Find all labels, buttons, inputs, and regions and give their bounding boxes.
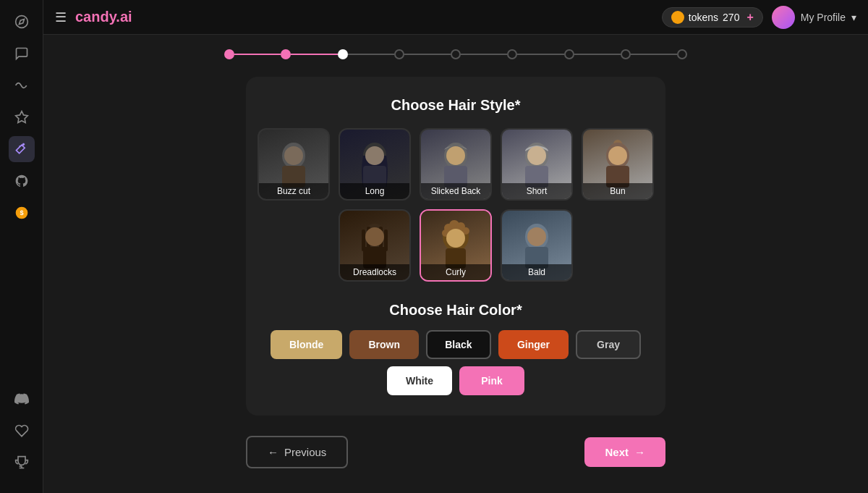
hairstyle-short-label: Short bbox=[502, 183, 571, 199]
progress-step-7 bbox=[564, 49, 574, 59]
hairstyle-curly[interactable]: Curly bbox=[420, 209, 492, 282]
previous-button-label: Previous bbox=[284, 446, 326, 458]
arrow-right-icon: → bbox=[634, 446, 645, 458]
progress-line-4 bbox=[404, 54, 451, 55]
sidebar-item-gold[interactable]: $ bbox=[9, 200, 35, 226]
hairstyle-buzz-cut-label: Buzz cut bbox=[259, 183, 328, 199]
profile-button[interactable]: My Profile ▾ bbox=[772, 6, 856, 29]
progress-line-8 bbox=[631, 54, 677, 55]
color-gray-button[interactable]: Gray bbox=[576, 330, 641, 359]
color-black-button[interactable]: Black bbox=[426, 330, 491, 359]
progress-line-2 bbox=[291, 54, 337, 55]
hairstyle-long[interactable]: Long bbox=[339, 128, 411, 201]
token-coin-icon bbox=[671, 11, 684, 24]
progress-step-3 bbox=[338, 49, 348, 59]
progress-step-6 bbox=[507, 49, 517, 59]
tokens-count: 270 bbox=[723, 12, 739, 23]
tokens-button[interactable]: tokens 270 + bbox=[662, 7, 763, 28]
svg-point-14 bbox=[446, 146, 465, 165]
previous-button[interactable]: ← Previous bbox=[246, 436, 348, 468]
hairstyle-short[interactable]: Short bbox=[501, 128, 573, 201]
progress-line-7 bbox=[574, 54, 621, 55]
sidebar-item-handshake[interactable] bbox=[9, 418, 35, 444]
hairstyle-slicked-back-label: Slicked Back bbox=[421, 183, 490, 199]
hairstyle-dreadlocks-label: Dreadlocks bbox=[340, 264, 409, 280]
haircolor-grid: Blonde Brown Black Ginger Gray White Pin… bbox=[269, 330, 642, 395]
sidebar-item-star[interactable] bbox=[9, 104, 35, 130]
profile-label: My Profile bbox=[801, 12, 846, 23]
main-card: Choose Hair Style* Buzz cut bbox=[246, 77, 665, 416]
progress-line-5 bbox=[461, 54, 507, 55]
header-right: tokens 270 + My Profile ▾ bbox=[662, 6, 856, 29]
hairstyle-row-1: Buzz cut Long bbox=[258, 128, 654, 201]
next-button[interactable]: Next → bbox=[584, 437, 665, 467]
add-tokens-icon[interactable]: + bbox=[746, 11, 753, 24]
color-pink-button[interactable]: Pink bbox=[459, 366, 524, 395]
sidebar-item-magic[interactable] bbox=[9, 136, 35, 162]
logo: candy.ai bbox=[75, 9, 132, 25]
sidebar-item-discord[interactable] bbox=[9, 386, 35, 412]
header-left: ☰ candy.ai bbox=[55, 9, 132, 25]
hairstyle-section-title: Choose Hair Style* bbox=[269, 97, 642, 114]
nav-row: ← Previous Next → bbox=[246, 436, 665, 468]
haircolor-row-2: White Pink bbox=[387, 366, 524, 395]
progress-step-4 bbox=[394, 49, 404, 59]
color-white-button[interactable]: White bbox=[387, 366, 452, 395]
haircolor-row-1: Blonde Brown Black Ginger Gray bbox=[271, 330, 641, 359]
sidebar-item-chat[interactable] bbox=[9, 41, 35, 67]
color-blonde-button[interactable]: Blonde bbox=[271, 330, 342, 359]
next-button-label: Next bbox=[605, 446, 629, 458]
sidebar: $ bbox=[0, 0, 43, 493]
svg-point-28 bbox=[365, 227, 384, 246]
hairstyle-slicked-back[interactable]: Slicked Back bbox=[420, 128, 492, 201]
menu-icon[interactable]: ☰ bbox=[55, 9, 67, 25]
hairstyle-buzz-cut[interactable]: Buzz cut bbox=[258, 128, 330, 201]
progress-step-9 bbox=[677, 49, 687, 59]
progress-step-5 bbox=[451, 49, 461, 59]
svg-text:$: $ bbox=[20, 209, 23, 216]
hairstyle-grid: Buzz cut Long bbox=[269, 128, 642, 282]
progress-line-3 bbox=[348, 54, 394, 55]
sidebar-item-github[interactable] bbox=[9, 168, 35, 194]
sidebar-item-trophy[interactable] bbox=[9, 450, 35, 476]
progress-step-1 bbox=[224, 49, 234, 59]
arrow-left-icon: ← bbox=[268, 446, 278, 458]
svg-point-21 bbox=[608, 146, 627, 165]
color-brown-button[interactable]: Brown bbox=[349, 330, 419, 359]
header: ☰ candy.ai tokens 270 + My Profile ▾ bbox=[43, 0, 868, 35]
svg-point-8 bbox=[284, 146, 303, 165]
sidebar-item-compass[interactable] bbox=[9, 9, 35, 35]
progress-line-1 bbox=[234, 54, 281, 55]
svg-point-17 bbox=[527, 146, 546, 165]
svg-marker-1 bbox=[19, 19, 24, 24]
hairstyle-long-label: Long bbox=[340, 183, 409, 199]
color-ginger-button[interactable]: Ginger bbox=[498, 330, 569, 359]
hairstyle-bun-label: Bun bbox=[583, 183, 652, 199]
hairstyle-row-2: Dreadlocks bbox=[339, 209, 573, 282]
progress-step-2 bbox=[281, 49, 291, 59]
chevron-down-icon: ▾ bbox=[851, 12, 856, 23]
sidebar-bottom bbox=[9, 386, 35, 484]
svg-point-36 bbox=[446, 229, 465, 248]
content-area: Choose Hair Style* Buzz cut bbox=[43, 35, 868, 493]
hairstyle-bald[interactable]: Bald bbox=[501, 209, 573, 282]
hairstyle-bald-label: Bald bbox=[502, 264, 571, 280]
progress-bar bbox=[224, 49, 687, 59]
progress-line-6 bbox=[517, 54, 563, 55]
tokens-label: tokens bbox=[689, 12, 718, 23]
hairstyle-dreadlocks[interactable]: Dreadlocks bbox=[339, 209, 411, 282]
svg-point-11 bbox=[365, 146, 384, 165]
svg-marker-2 bbox=[15, 111, 27, 123]
progress-step-8 bbox=[621, 49, 631, 59]
avatar bbox=[772, 6, 795, 29]
svg-point-39 bbox=[527, 227, 546, 246]
sidebar-top: $ bbox=[9, 9, 35, 380]
main-area: ☰ candy.ai tokens 270 + My Profile ▾ bbox=[43, 0, 868, 493]
sidebar-item-wave[interactable] bbox=[9, 72, 35, 98]
hairstyle-curly-label: Curly bbox=[421, 264, 490, 280]
svg-point-0 bbox=[15, 16, 27, 28]
logo-tld: .ai bbox=[116, 9, 132, 25]
hairstyle-bun[interactable]: Bun bbox=[582, 128, 654, 201]
haircolor-section-title: Choose Hair Color* bbox=[269, 302, 642, 319]
logo-text: candy bbox=[75, 9, 116, 25]
